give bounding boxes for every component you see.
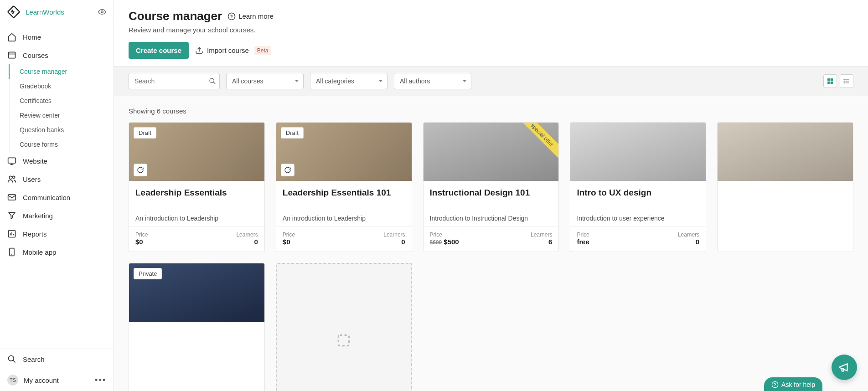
svg-point-16 (9, 356, 14, 361)
svg-point-7 (9, 176, 12, 179)
sidebar-item-label: Search (23, 355, 45, 363)
course-description: An introduction to Leadership (283, 215, 405, 222)
course-card[interactable]: Private (129, 263, 265, 391)
learners-label: Learners (236, 232, 258, 238)
import-course-label: Import course (207, 46, 249, 54)
add-course-placeholder[interactable] (276, 263, 412, 391)
announce-fab[interactable] (832, 355, 857, 380)
course-description: Introduction to user experience (577, 215, 699, 222)
grid-view-button[interactable] (823, 74, 837, 88)
search-input[interactable] (129, 73, 220, 89)
course-description: Introduction to Instructional Design (430, 215, 553, 222)
svg-rect-2 (9, 52, 16, 58)
sidebar-item-label: Reports (23, 230, 47, 238)
ribbon: special offer (515, 122, 559, 162)
price-value: $600$500 (430, 238, 459, 246)
filter-courses-select[interactable]: All courses (226, 73, 304, 89)
filter-value: All courses (232, 77, 263, 85)
sidebar-item-label: Gradebook (20, 82, 51, 90)
sidebar-sublist-courses: Course manager Gradebook Certificates Re… (9, 64, 114, 152)
list-view-button[interactable] (840, 74, 853, 88)
course-title: Leadership Essentials (135, 187, 258, 210)
price-value: $0 (135, 238, 143, 246)
help-circle-icon (771, 381, 779, 388)
funnel-icon (7, 211, 16, 220)
logo-icon (7, 5, 20, 18)
create-course-button[interactable]: Create course (129, 42, 189, 59)
more-icon[interactable]: ••• (95, 376, 106, 385)
ask-for-help-button[interactable]: Ask for help (764, 377, 822, 391)
import-course-button[interactable]: Import course Beta (195, 46, 271, 55)
learn-more-link[interactable]: Learn more (227, 12, 274, 21)
sidebar-item-question-banks[interactable]: Question banks (9, 123, 114, 137)
sidebar-item-mobile-app[interactable]: Mobile app (0, 243, 114, 261)
status-chip: Draft (281, 127, 304, 139)
course-card[interactable] (717, 122, 853, 252)
card-footer: PricefreeLearners0 (570, 226, 706, 252)
learners-value: 0 (696, 238, 699, 246)
page-header: Course manager Learn more Review and man… (114, 0, 868, 66)
sidebar-item-course-manager[interactable]: Course manager (9, 64, 114, 79)
filter-categories-select[interactable]: All categories (310, 73, 388, 89)
home-icon (7, 32, 16, 41)
sidebar-item-courses[interactable]: Courses (0, 46, 114, 64)
sidebar: LearnWorlds Home Courses Course manager … (0, 0, 114, 391)
svg-rect-24 (827, 82, 830, 84)
sidebar-item-website[interactable]: Website (0, 152, 114, 170)
sidebar-item-course-forms[interactable]: Course forms (9, 137, 114, 152)
learners-value: 6 (548, 238, 552, 246)
sidebar-item-label: Marketing (23, 212, 53, 220)
sidebar-item-users[interactable]: Users (0, 170, 114, 188)
beta-badge: Beta (254, 46, 271, 55)
sidebar-item-my-account[interactable]: TS My account ••• (0, 369, 114, 391)
search-icon (7, 355, 16, 364)
search-button[interactable] (209, 77, 216, 85)
users-icon (7, 175, 16, 184)
sidebar-item-label: Communication (23, 194, 70, 201)
sidebar-item-review-center[interactable]: Review center (9, 108, 114, 123)
filter-value: All authors (400, 77, 430, 85)
sidebar-item-gradebook[interactable]: Gradebook (9, 79, 114, 93)
sidebar-item-communication[interactable]: Communication (0, 188, 114, 206)
price-label: Price (577, 232, 589, 238)
upload-icon (195, 46, 203, 55)
learners-label: Learners (383, 232, 405, 238)
price-label: Price (135, 232, 148, 238)
sync-icon (134, 164, 147, 176)
sidebar-item-label: Website (23, 157, 47, 165)
svg-rect-23 (831, 78, 833, 81)
avatar: TS (7, 375, 18, 386)
svg-point-31 (844, 82, 844, 83)
brand-name[interactable]: LearnWorlds (26, 8, 98, 16)
preview-icon[interactable] (98, 8, 106, 16)
svg-point-1 (101, 11, 103, 13)
sidebar-item-label: Course manager (20, 68, 67, 75)
status-chip: Private (134, 268, 162, 279)
course-grid: DraftLeadership EssentialsAn introductio… (129, 122, 853, 391)
course-thumbnail: Private (129, 263, 264, 322)
svg-point-30 (844, 81, 844, 81)
sidebar-item-search[interactable]: Search (0, 349, 114, 369)
course-card[interactable]: DraftLeadership Essentials 101An introdu… (276, 122, 412, 252)
course-card[interactable]: Intro to UX designIntroduction to user e… (570, 122, 706, 252)
sidebar-item-marketing[interactable]: Marketing (0, 206, 114, 225)
sidebar-item-label: Users (23, 175, 41, 183)
course-card[interactable]: special offerInstructional Design 101Int… (423, 122, 559, 252)
ask-for-help-label: Ask for help (781, 381, 815, 388)
book-icon (7, 51, 16, 60)
sidebar-item-home[interactable]: Home (0, 28, 114, 46)
svg-line-17 (13, 360, 16, 363)
card-body: Leadership Essentials 101An introduction… (276, 181, 412, 226)
sidebar-item-certificates[interactable]: Certificates (9, 93, 114, 108)
sidebar-item-reports[interactable]: Reports (0, 225, 114, 243)
monitor-icon (7, 156, 16, 165)
svg-rect-32 (339, 335, 349, 345)
sidebar-item-label: Courses (23, 51, 48, 59)
course-thumbnail (718, 123, 853, 181)
result-count: Showing 6 courses (129, 107, 853, 115)
course-card[interactable]: DraftLeadership EssentialsAn introductio… (129, 122, 265, 252)
mobile-icon (7, 247, 16, 257)
chart-icon (7, 229, 16, 238)
page-subtitle: Review and manage your school courses. (129, 26, 853, 34)
filter-authors-select[interactable]: All authors (394, 73, 471, 89)
